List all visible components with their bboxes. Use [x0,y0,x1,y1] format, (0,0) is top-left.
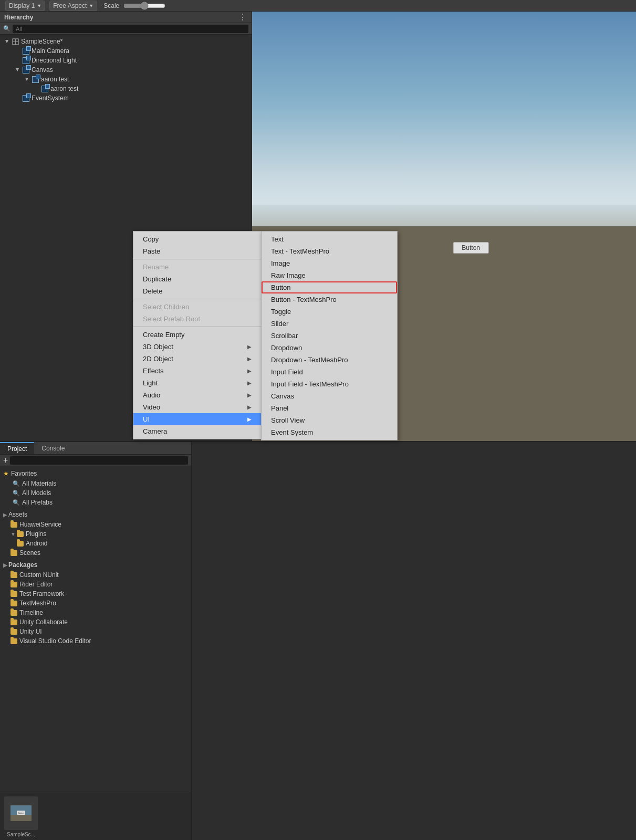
ctx-duplicate[interactable]: Duplicate [133,273,261,285]
ctx-duplicate-label: Duplicate [143,275,171,283]
sub-slider[interactable]: Slider [262,318,397,330]
sub-input-field[interactable]: Input Field [262,366,397,378]
thumbnail-item-samplescene[interactable]: Button SampleSc... [4,796,38,837]
ctx-ui-label: UI [143,415,150,423]
folder-icon-collaborate [11,620,17,625]
folder-icon-huawei [11,522,17,528]
project-item-custom-nunit[interactable]: Custom NUnit [0,570,191,580]
sub-scroll-view[interactable]: Scroll View [262,414,397,426]
project-item-test-framework[interactable]: Test Framework [0,589,191,598]
scale-slider[interactable] [123,2,165,10]
sub-image[interactable]: Image [262,257,397,269]
sub-input-field-tmp[interactable]: Input Field - TextMeshPro [262,378,397,390]
scene-root-item[interactable]: ▶ SampleScene* [0,37,252,46]
hierarchy-search-input[interactable] [13,25,248,33]
favorites-section[interactable]: ★ Favorites [0,468,191,479]
ctx-3d-object[interactable]: 3D Object ▶ [133,341,261,353]
hierarchy-menu-button[interactable]: ⋮ [238,12,247,22]
ctx-light-arrow: ▶ [247,380,252,386]
search-icon: 🔍 [3,25,11,32]
sub-event-system[interactable]: Event System [262,426,397,438]
tree-item-directional-light[interactable]: ▶ Directional Light [0,56,252,65]
tree-item-event-system[interactable]: ▶ EventSystem [0,93,252,103]
ctx-ui[interactable]: UI ▶ [133,413,261,425]
add-asset-button[interactable]: + [3,456,8,465]
project-item-huawei[interactable]: HuaweiService [0,520,191,529]
project-search-input[interactable] [10,456,188,465]
project-toolbar: + [0,455,191,466]
sub-button-tmp[interactable]: Button - TextMeshPro [262,293,397,306]
ctx-3d-arrow: ▶ [247,344,252,350]
project-item-all-models[interactable]: 🔍 All Models [0,488,191,498]
ctx-audio[interactable]: Audio ▶ [133,389,261,401]
packages-arrow-icon: ▶ [3,562,7,568]
packages-section[interactable]: ▶ Packages [0,560,191,570]
ctx-light[interactable]: Light ▶ [133,377,261,389]
tab-project[interactable]: Project [0,442,34,454]
scene-toolbar: Display 1 ▼ Free Aspect ▼ Scale [0,0,636,12]
canvas-icon [22,66,29,74]
project-item-textmeshpro[interactable]: TextMeshPro [0,598,191,608]
sub-dropdown-tmp[interactable]: Dropdown - TextMeshPro [262,354,397,366]
ctx-sep3 [133,327,261,327]
tab-console[interactable]: Console [34,442,72,454]
tree-item-main-camera[interactable]: ▶ Main Camera [0,46,252,56]
project-item-all-materials[interactable]: 🔍 All Materials [0,479,191,488]
folder-icon-scenes [11,550,17,556]
sub-toggle[interactable]: Toggle [262,306,397,318]
ctx-sep2 [133,299,261,299]
project-item-all-prefabs[interactable]: 🔍 All Prefabs [0,498,191,507]
folder-icon-plugins [17,531,24,537]
aaron1-label: aaron test [41,76,69,83]
sub-raw-image[interactable]: Raw Image [262,269,397,281]
sub-canvas[interactable]: Canvas [262,390,397,402]
tree-item-aaron-test-1[interactable]: ▶ aaron test [0,75,252,84]
ctx-camera[interactable]: Camera [133,425,261,437]
sub-button-tmp-label: Button - TextMeshPro [271,296,337,303]
ctx-2d-object[interactable]: 2D Object ▶ [133,353,261,365]
project-item-unity-ui[interactable]: Unity UI [0,627,191,636]
ctx-effects[interactable]: Effects ▶ [133,365,261,377]
scene-button-widget[interactable]: Button [453,242,489,254]
vscode-label: Visual Studio Code Editor [19,637,91,645]
sub-scroll-view-label: Scroll View [271,416,305,424]
ctx-camera-label: Camera [143,427,167,435]
sub-button-label: Button [271,284,291,291]
sub-scrollbar-label: Scrollbar [271,332,298,340]
sub-button[interactable]: Button [262,281,397,293]
favorites-star-icon: ★ [3,470,9,477]
ctx-select-prefab-root: Select Prefab Root [133,313,261,325]
timeline-label: Timeline [19,609,43,616]
project-item-plugins[interactable]: ▼ Plugins [0,529,191,539]
project-item-android[interactable]: Android [0,539,191,548]
ctx-video[interactable]: Video ▶ [133,401,261,413]
folder-icon-nunit [11,572,17,578]
tabs-bar: Project Console [0,442,191,455]
test-framework-label: Test Framework [19,590,64,597]
tree-item-aaron-test-2[interactable]: ▶ aaron test [0,84,252,93]
project-item-vs-code-editor[interactable]: Visual Studio Code Editor [0,636,191,646]
assets-section[interactable]: ▶ Assets [0,509,191,520]
sub-text[interactable]: Text [262,233,397,245]
ctx-create-empty[interactable]: Create Empty [133,329,261,341]
ctx-video-label: Video [143,403,160,411]
sub-scrollbar[interactable]: Scrollbar [262,330,397,342]
project-item-timeline[interactable]: Timeline [0,608,191,617]
sub-text-tmp[interactable]: Text - TextMeshPro [262,245,397,257]
sub-dropdown[interactable]: Dropdown [262,342,397,354]
display-dropdown[interactable]: Display 1 ▼ [5,1,45,11]
ctx-select-prefab-root-label: Select Prefab Root [143,315,200,323]
folder-icon-unity-ui [11,629,17,635]
tree-item-canvas[interactable]: ▶ Canvas [0,65,252,75]
ctx-delete[interactable]: Delete [133,285,261,297]
android-label: Android [26,540,47,547]
project-item-scenes[interactable]: Scenes [0,548,191,558]
project-item-unity-collaborate[interactable]: Unity Collaborate [0,617,191,627]
sub-panel[interactable]: Panel [262,402,397,414]
ctx-copy[interactable]: Copy [133,233,261,245]
project-item-rider-editor[interactable]: Rider Editor [0,580,191,589]
display-label: Display 1 [9,2,35,9]
ctx-paste[interactable]: Paste [133,245,261,257]
aspect-dropdown[interactable]: Free Aspect ▼ [49,1,97,11]
search-icon-prefabs: 🔍 [13,499,20,506]
